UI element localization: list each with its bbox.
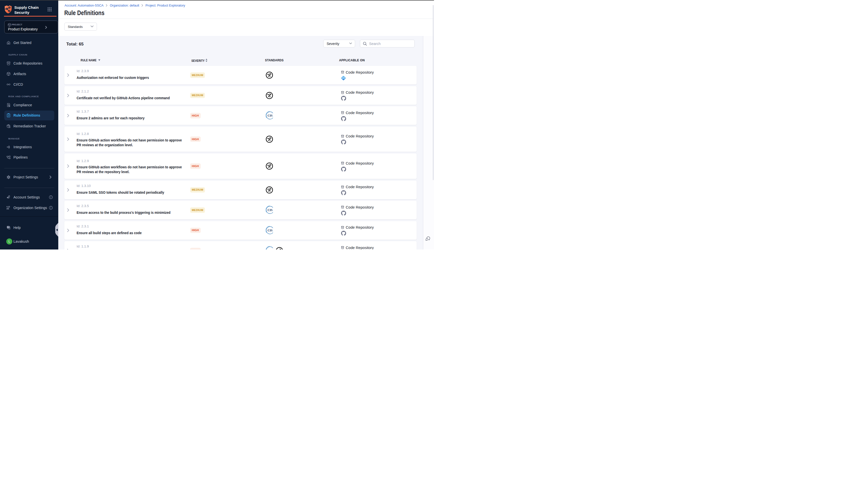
svg-text:?: ? xyxy=(8,226,9,228)
